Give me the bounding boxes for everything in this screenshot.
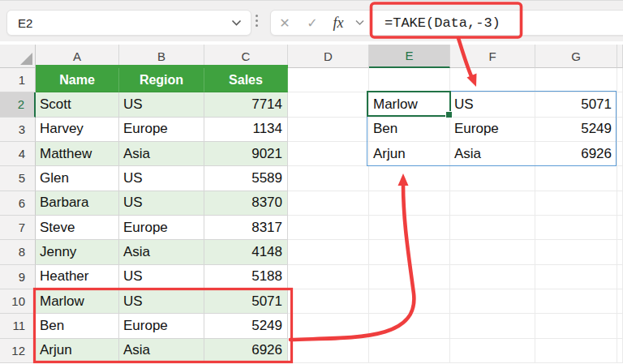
cell-G5[interactable] — [535, 166, 617, 191]
cell-F11[interactable] — [450, 314, 535, 338]
row-header-9[interactable]: 9 — [0, 265, 36, 289]
cell-B5[interactable]: US — [119, 166, 204, 191]
name-box-chevron-down-icon[interactable] — [231, 19, 242, 27]
cell-B11[interactable]: Europe — [119, 314, 204, 338]
cell-G1[interactable] — [535, 68, 617, 92]
cell-B2[interactable]: US — [119, 92, 204, 117]
formula-input[interactable]: =TAKE(Data,-3) — [385, 15, 501, 31]
cell-B4[interactable]: Asia — [119, 142, 204, 166]
cell-F1[interactable] — [450, 68, 535, 92]
cell-D2[interactable] — [288, 92, 369, 117]
cell-B9[interactable]: US — [119, 265, 204, 289]
row-header-5[interactable]: 5 — [0, 166, 36, 191]
fill-handle[interactable] — [445, 111, 453, 118]
cell-E11[interactable] — [369, 314, 450, 338]
cell-F6[interactable] — [450, 191, 535, 216]
cell-E12[interactable] — [369, 339, 450, 363]
cell-C4[interactable]: 9021 — [204, 142, 288, 166]
row-header-4[interactable]: 4 — [0, 142, 36, 166]
cell-A7[interactable]: Steve — [36, 216, 119, 240]
cell-C2[interactable]: 7714 — [204, 92, 288, 117]
cell-D6[interactable] — [288, 191, 369, 216]
cell-C3[interactable]: 1134 — [204, 118, 288, 142]
cell-F5[interactable] — [450, 166, 535, 191]
row-header-2[interactable]: 2 — [0, 92, 36, 117]
insert-function-icon[interactable]: fx — [326, 15, 350, 32]
cell-C7[interactable]: 8317 — [204, 216, 288, 240]
cell-G3[interactable]: 5249 — [535, 118, 617, 142]
column-header-F[interactable]: F — [450, 45, 535, 68]
cell-C9[interactable]: 5188 — [204, 265, 288, 289]
row-header-11[interactable]: 11 — [0, 314, 36, 338]
cell-D4[interactable] — [288, 142, 369, 166]
cell-C6[interactable]: 8370 — [204, 191, 288, 216]
row-header-1[interactable]: 1 — [0, 68, 36, 92]
cell-A10[interactable]: Marlow — [36, 289, 119, 314]
cell-A4[interactable]: Matthew — [36, 142, 119, 166]
cell-A3[interactable]: Harvey — [36, 118, 119, 142]
cell-A9[interactable]: Heather — [36, 265, 119, 289]
cell-C12[interactable]: 6926 — [204, 339, 288, 363]
cell-E6[interactable] — [369, 191, 450, 216]
cell-C11[interactable]: 5249 — [204, 314, 288, 338]
select-all-corner[interactable] — [0, 45, 36, 68]
cell-G11[interactable] — [535, 314, 617, 338]
cell-F10[interactable] — [450, 289, 535, 314]
cell-B3[interactable]: Europe — [119, 118, 204, 142]
cell-D10[interactable] — [288, 289, 369, 314]
cell-A2[interactable]: Scott — [36, 92, 119, 117]
table-header-region[interactable]: Region — [119, 68, 204, 92]
cell-B10[interactable]: US — [119, 289, 204, 314]
cell-G10[interactable] — [535, 289, 617, 314]
cell-F2[interactable]: US — [450, 92, 535, 117]
cell-G6[interactable] — [535, 191, 617, 216]
cell-E7[interactable] — [369, 216, 450, 240]
cell-G4[interactable]: 6926 — [535, 142, 617, 166]
cell-F9[interactable] — [450, 265, 535, 289]
cell-E8[interactable] — [369, 240, 450, 264]
cell-G2[interactable]: 5071 — [535, 92, 617, 117]
function-chevron-down-icon[interactable] — [350, 19, 368, 26]
cell-E9[interactable] — [369, 265, 450, 289]
row-header-8[interactable]: 8 — [0, 240, 36, 264]
cell-B12[interactable]: Asia — [119, 339, 204, 363]
cell-B7[interactable]: Europe — [119, 216, 204, 240]
cell-A12[interactable]: Arjun — [36, 339, 119, 363]
column-header-D[interactable]: D — [288, 45, 369, 68]
cell-C10[interactable]: 5071 — [204, 289, 288, 314]
cell-A8[interactable]: Jenny — [36, 240, 119, 264]
cell-D1[interactable] — [288, 68, 369, 92]
cell-F8[interactable] — [450, 240, 535, 264]
cell-C8[interactable]: 4148 — [204, 240, 288, 264]
cell-G8[interactable] — [535, 240, 617, 264]
name-box[interactable]: E2 — [6, 10, 251, 36]
row-header-12[interactable]: 12 — [0, 339, 36, 363]
column-header-G[interactable]: G — [535, 45, 617, 68]
cell-G7[interactable] — [535, 216, 617, 240]
cell-F3[interactable]: Europe — [450, 118, 535, 142]
cell-F12[interactable] — [450, 339, 535, 363]
cell-F4[interactable]: Asia — [450, 142, 535, 166]
row-header-6[interactable]: 6 — [0, 191, 36, 216]
cell-E10[interactable] — [369, 289, 450, 314]
row-header-7[interactable]: 7 — [0, 216, 36, 240]
cell-B8[interactable]: Asia — [119, 240, 204, 264]
cell-A6[interactable]: Barbara — [36, 191, 119, 216]
cell-D11[interactable] — [288, 314, 369, 338]
table-header-sales[interactable]: Sales — [204, 68, 288, 92]
cell-G12[interactable] — [535, 339, 617, 363]
cell-D3[interactable] — [288, 118, 369, 142]
table-header-name[interactable]: Name — [36, 68, 119, 92]
cell-C5[interactable]: 5589 — [204, 166, 288, 191]
cell-E3[interactable]: Ben — [369, 118, 450, 142]
cancel-icon[interactable]: ✕ — [271, 15, 299, 31]
cell-A5[interactable]: Glen — [36, 166, 119, 191]
enter-icon[interactable]: ✓ — [299, 15, 326, 31]
row-header-3[interactable]: 3 — [0, 118, 36, 142]
cell-A11[interactable]: Ben — [36, 314, 119, 338]
cell-D9[interactable] — [288, 265, 369, 289]
cell-D12[interactable] — [288, 339, 369, 363]
row-header-10[interactable]: 10 — [0, 289, 36, 314]
cell-E1[interactable] — [369, 68, 450, 92]
cell-E4[interactable]: Arjun — [369, 142, 450, 166]
